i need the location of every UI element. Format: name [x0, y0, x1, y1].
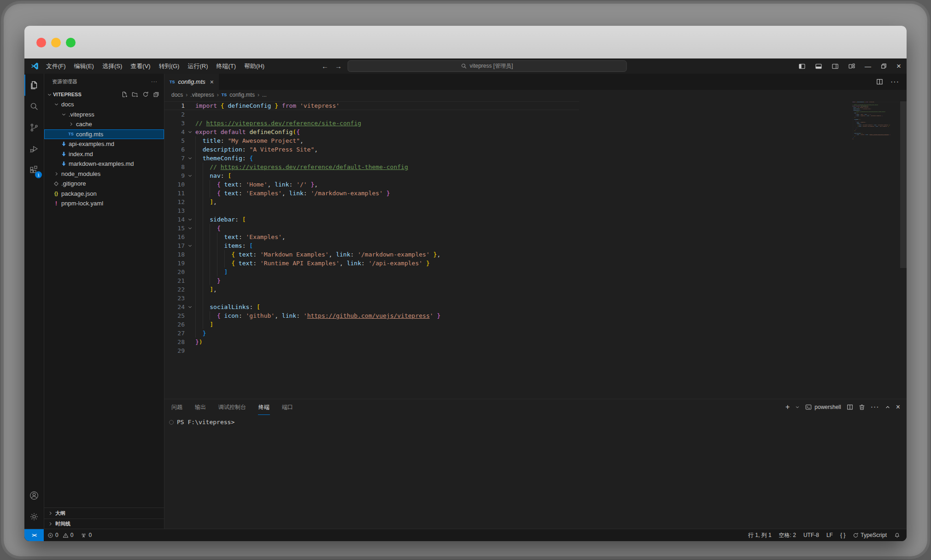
- panel-more-actions-icon[interactable]: ···: [871, 403, 879, 411]
- menu-转到[interactable]: 转到(G): [155, 62, 184, 71]
- panel-tab-输出[interactable]: 输出: [194, 399, 206, 415]
- forward-icon[interactable]: →: [335, 62, 342, 70]
- code-line-16[interactable]: 16text: 'Examples',: [164, 233, 579, 241]
- fold-chevron-icon[interactable]: [185, 303, 195, 311]
- panel-tab-问题[interactable]: 问题: [171, 399, 183, 415]
- close-traffic-button[interactable]: [36, 38, 46, 47]
- toggle-sidebar-icon[interactable]: [798, 63, 806, 70]
- code-line-6[interactable]: 6description: "A VitePress Site",: [164, 145, 579, 154]
- new-terminal-icon[interactable]: +: [785, 403, 790, 411]
- code-line-22[interactable]: 22],: [164, 285, 579, 294]
- panel-tab-调试控制台[interactable]: 调试控制台: [218, 399, 246, 415]
- tree-item-config.mts[interactable]: TSconfig.mts: [44, 129, 164, 140]
- close-panel-icon[interactable]: ×: [896, 403, 900, 411]
- refresh-icon[interactable]: [142, 91, 149, 98]
- minimize-traffic-button[interactable]: [51, 38, 61, 47]
- command-center-search[interactable]: vitepress [管理员]: [347, 60, 627, 72]
- code-line-19[interactable]: 19{ text: 'Runtime API Examples', link: …: [164, 259, 579, 268]
- panel-tab-端口[interactable]: 端口: [281, 399, 293, 415]
- panel-tab-终端[interactable]: 终端: [258, 399, 270, 415]
- activity-account-icon[interactable]: [24, 485, 44, 506]
- new-folder-icon[interactable]: [132, 91, 138, 98]
- tree-item-package.json[interactable]: {}package.json: [44, 189, 164, 199]
- editor-scrollbar[interactable]: [900, 101, 907, 268]
- breadcrumb-item[interactable]: ...: [262, 92, 267, 98]
- code-line-21[interactable]: 21}: [164, 276, 579, 285]
- kill-terminal-icon[interactable]: [859, 404, 865, 410]
- breadcrumb[interactable]: docs›.vitepress›TSconfig.mts›...: [164, 90, 907, 100]
- breadcrumb-item[interactable]: config.mts: [229, 92, 255, 98]
- maximize-panel-icon[interactable]: [885, 404, 890, 410]
- fold-chevron-icon[interactable]: [185, 241, 195, 250]
- fold-chevron-icon[interactable]: [185, 215, 195, 224]
- fold-chevron-icon[interactable]: [185, 224, 195, 233]
- new-file-icon[interactable]: [121, 91, 128, 98]
- tab-config-mts[interactable]: TS config.mts ×: [164, 74, 219, 90]
- code-line-7[interactable]: 7themeConfig: {: [164, 154, 579, 163]
- ports-status[interactable]: 0: [77, 529, 95, 541]
- activity-explorer-icon[interactable]: [24, 75, 44, 96]
- customize-layout-icon[interactable]: [848, 63, 855, 70]
- tab-close-icon[interactable]: ×: [210, 78, 214, 86]
- code-line-12[interactable]: 12],: [164, 198, 579, 206]
- code-line-2[interactable]: 2: [164, 110, 579, 119]
- code-line-10[interactable]: 10{ text: 'Home', link: '/' },: [164, 180, 579, 189]
- breadcrumb-item[interactable]: docs: [171, 92, 183, 98]
- menu-编辑[interactable]: 编辑(E): [70, 62, 98, 71]
- activity-source-control-icon[interactable]: [24, 117, 44, 138]
- remote-indicator[interactable]: ><: [24, 529, 44, 541]
- code-line-28[interactable]: 28}): [164, 338, 579, 346]
- code-line-13[interactable]: 13: [164, 206, 579, 215]
- terminal-instance-item[interactable]: powershell: [805, 404, 841, 410]
- code-line-29[interactable]: 29: [164, 346, 579, 355]
- bracket-pair-indicator[interactable]: { }: [837, 532, 849, 538]
- problems-status[interactable]: 0 0: [44, 529, 77, 541]
- fold-chevron-icon[interactable]: [185, 128, 195, 136]
- indentation[interactable]: 空格: 2: [775, 531, 800, 539]
- code-line-18[interactable]: 18{ text: 'Markdown Examples', link: '/m…: [164, 250, 579, 259]
- code-line-4[interactable]: 4export default defineConfig({: [164, 128, 579, 136]
- code-line-8[interactable]: 8// https://vitepress.dev/reference/defa…: [164, 163, 579, 171]
- code-line-15[interactable]: 15{: [164, 224, 579, 233]
- activity-extensions-icon[interactable]: 1: [24, 159, 44, 181]
- tree-item-markdown-examples.md[interactable]: markdown-examples.md: [44, 159, 164, 169]
- code-line-24[interactable]: 24socialLinks: [: [164, 303, 579, 311]
- activity-run-debug-icon[interactable]: [24, 138, 44, 159]
- menu-帮助[interactable]: 帮助(H): [240, 62, 269, 71]
- fold-chevron-icon[interactable]: [185, 171, 195, 180]
- tree-item-.vitepress[interactable]: .vitepress: [44, 110, 164, 120]
- menu-运行[interactable]: 运行(R): [183, 62, 212, 71]
- code-line-27[interactable]: 27}: [164, 329, 579, 338]
- code-line-17[interactable]: 17items: [: [164, 241, 579, 250]
- notifications-bell-icon[interactable]: [890, 532, 904, 538]
- code-line-3[interactable]: 3// https://vitepress.dev/reference/site…: [164, 119, 579, 128]
- menu-文件[interactable]: 文件(F): [42, 62, 70, 71]
- language-mode[interactable]: TypeScript: [849, 532, 890, 538]
- tree-item-pnpm-lock.yaml[interactable]: !pnpm-lock.yaml: [44, 198, 164, 209]
- close-window-icon[interactable]: ×: [896, 62, 901, 71]
- tree-item-node_modules[interactable]: node_modules: [44, 169, 164, 179]
- menu-查看[interactable]: 查看(V): [126, 62, 154, 71]
- tree-item-cache[interactable]: cache: [44, 119, 164, 129]
- sidebar-section-时间线[interactable]: 时间线: [44, 519, 164, 530]
- code-line-14[interactable]: 14sidebar: [: [164, 215, 579, 224]
- activity-search-icon[interactable]: [24, 96, 44, 117]
- restore-window-icon[interactable]: [880, 63, 887, 70]
- toggle-secondary-sidebar-icon[interactable]: [831, 63, 839, 70]
- tree-item-.gitignore[interactable]: .gitignore: [44, 179, 164, 189]
- breadcrumb-item[interactable]: .vitepress: [190, 92, 214, 98]
- zoom-traffic-button[interactable]: [66, 38, 76, 47]
- cursor-position[interactable]: 行 1, 列 1: [744, 531, 775, 539]
- code-line-11[interactable]: 11{ text: 'Examples', link: '/markdown-e…: [164, 189, 579, 198]
- sidebar-section-大纲[interactable]: 大纲: [44, 508, 164, 519]
- tree-item-api-examples.md[interactable]: api-examples.md: [44, 139, 164, 149]
- fold-chevron-icon[interactable]: [185, 154, 195, 163]
- split-terminal-icon[interactable]: [847, 404, 853, 410]
- terminal[interactable]: PS F:\vitepress>: [164, 415, 907, 426]
- workspace-root-row[interactable]: VITEPRESS: [44, 89, 164, 99]
- menu-终端[interactable]: 终端(T): [212, 62, 240, 71]
- code-line-5[interactable]: 5title: "My Awesome Project",: [164, 136, 579, 145]
- explorer-more-actions-icon[interactable]: ···: [151, 79, 158, 84]
- code-line-26[interactable]: 26]: [164, 320, 579, 329]
- code-line-29[interactable]: 29: [852, 139, 899, 140]
